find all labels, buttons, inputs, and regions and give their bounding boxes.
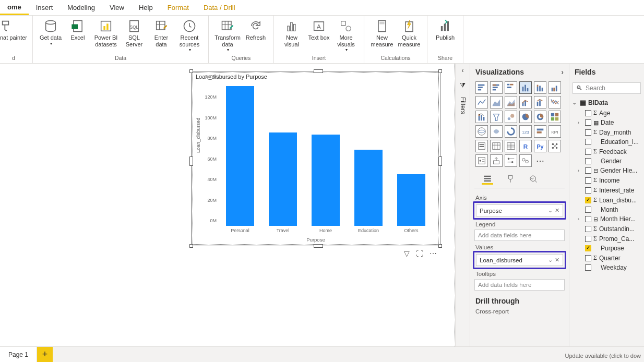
resize-handle[interactable] <box>189 156 193 166</box>
analytics-tab[interactable] <box>528 173 539 185</box>
tab-modeling[interactable]: Modeling <box>60 0 102 15</box>
resize-handle[interactable] <box>189 69 193 73</box>
viz-type-icon[interactable] <box>490 96 503 108</box>
resize-handle[interactable] <box>189 244 193 248</box>
resize-handle[interactable] <box>438 69 442 73</box>
more-visuals-button[interactable]: More visuals▾ <box>333 18 359 52</box>
viz-type-icon[interactable] <box>475 96 488 108</box>
viz-type-icon[interactable]: Py <box>534 140 546 152</box>
field-item[interactable]: ΣIncome <box>571 175 642 185</box>
checkbox[interactable] <box>585 110 591 116</box>
viz-type-icon[interactable]: 123 <box>519 125 532 138</box>
field-item[interactable]: Education_l... <box>571 137 642 147</box>
checkbox[interactable] <box>585 197 591 203</box>
checkbox[interactable] <box>585 216 591 222</box>
enter-data-button[interactable]: Enter data <box>149 18 174 47</box>
field-item[interactable]: ›▦Date <box>571 118 642 127</box>
viz-type-icon[interactable] <box>505 111 517 123</box>
chart-visual[interactable]: Loan_disbursed by Purpose Loan_disbursed… <box>191 71 440 246</box>
resize-handle[interactable] <box>438 156 442 166</box>
report-canvas[interactable]: Loan_disbursed by Purpose Loan_disbursed… <box>0 64 455 346</box>
get-data-button[interactable]: Get data▾ <box>38 18 63 46</box>
axis-well[interactable]: Purpose⌄✕ <box>476 204 563 216</box>
legend-well[interactable]: Add data fields here <box>474 230 565 241</box>
checkbox[interactable] <box>585 187 591 194</box>
viz-type-icon[interactable] <box>548 81 561 94</box>
viz-type-icon[interactable] <box>505 81 517 94</box>
viz-type-icon[interactable] <box>490 81 503 94</box>
bar[interactable] <box>226 86 254 226</box>
viz-type-icon[interactable] <box>548 96 561 108</box>
checkbox[interactable] <box>585 129 591 136</box>
checkbox[interactable] <box>585 255 591 261</box>
recent-sources-button[interactable]: Recent sources▾ <box>176 18 203 52</box>
checkbox[interactable] <box>585 245 591 251</box>
checkbox[interactable] <box>585 158 591 164</box>
viz-type-icon[interactable] <box>475 81 488 94</box>
field-item[interactable]: ΣInterest_rate <box>571 185 642 195</box>
field-item[interactable]: ΣPromo_Ca... <box>571 234 642 244</box>
viz-type-icon[interactable] <box>505 154 517 167</box>
viz-type-icon[interactable]: KPI <box>548 125 561 138</box>
viz-type-icon[interactable] <box>475 125 488 138</box>
checkbox[interactable] <box>585 207 591 213</box>
field-item[interactable]: ›⊟Month Hier... <box>571 214 642 224</box>
filters-pane-collapsed[interactable]: ‹ ⧩ Filters <box>455 64 470 346</box>
add-page-button[interactable]: + <box>37 347 53 362</box>
chevron-left-icon[interactable]: ‹ <box>462 67 464 74</box>
bar[interactable] <box>269 132 297 226</box>
viz-type-icon[interactable] <box>519 111 532 123</box>
viz-type-icon[interactable] <box>490 111 503 123</box>
refresh-button[interactable]: Refresh <box>243 18 268 41</box>
format-painter-button[interactable]: nat painter <box>0 18 27 41</box>
viz-type-icon[interactable] <box>490 125 503 138</box>
new-measure-button[interactable]: New measure <box>369 18 395 47</box>
field-item[interactable]: ΣQuarter <box>571 253 642 263</box>
filter-icon[interactable]: ▽ <box>404 249 410 258</box>
viz-type-icon[interactable] <box>475 154 488 167</box>
viz-type-icon[interactable]: R <box>519 140 532 152</box>
field-item[interactable]: Month <box>571 205 642 214</box>
tab-view[interactable]: View <box>102 0 132 15</box>
viz-type-icon[interactable] <box>548 111 561 123</box>
field-item[interactable]: ΣAge <box>571 108 642 118</box>
fields-search[interactable]: 🔍︎ Search <box>573 82 641 94</box>
viz-type-icon[interactable] <box>519 81 532 94</box>
pbi-datasets-button[interactable]: Power BI datasets <box>92 18 120 47</box>
new-visual-button[interactable]: New visual <box>279 18 304 47</box>
checkbox[interactable] <box>585 226 591 232</box>
tab-insert[interactable]: Insert <box>29 0 61 15</box>
viz-type-icon[interactable] <box>505 125 517 138</box>
tab-home[interactable]: ome <box>0 0 29 15</box>
bar[interactable] <box>354 150 383 226</box>
viz-type-icon[interactable] <box>519 154 532 167</box>
viz-type-icon[interactable] <box>490 140 503 152</box>
resize-handle[interactable] <box>314 244 323 248</box>
checkbox[interactable] <box>585 149 591 155</box>
field-item[interactable]: ΣOutstandin... <box>571 224 642 234</box>
checkbox[interactable] <box>585 119 591 126</box>
table-node[interactable]: ⌄▦BIData <box>571 97 642 108</box>
focus-mode-icon[interactable]: ⛶ <box>416 249 423 258</box>
field-item[interactable]: ΣDay_month <box>571 127 642 137</box>
tab-format[interactable]: Format <box>160 0 196 15</box>
text-box-button[interactable]: AText box <box>306 18 331 41</box>
tab-help[interactable]: Help <box>132 0 160 15</box>
field-item[interactable]: ›⊟Gender Hie... <box>571 166 642 175</box>
checkbox[interactable] <box>585 236 591 242</box>
viz-type-icon[interactable] <box>534 81 546 94</box>
viz-type-icon[interactable] <box>505 140 517 152</box>
viz-type-icon[interactable] <box>475 111 488 123</box>
viz-type-icon[interactable] <box>475 140 488 152</box>
more-viz-icon[interactable]: ⋯ <box>534 154 546 167</box>
remove-icon[interactable]: ✕ <box>555 257 559 263</box>
viz-type-icon[interactable] <box>548 140 561 152</box>
viz-type-icon[interactable] <box>534 96 546 108</box>
page-tab[interactable]: Page 1 <box>0 347 37 362</box>
checkbox[interactable] <box>585 167 591 174</box>
excel-button[interactable]: Excel <box>65 18 90 41</box>
viz-type-icon[interactable] <box>534 111 546 123</box>
format-tab[interactable] <box>505 173 516 185</box>
more-options-icon[interactable]: ⋯ <box>430 249 437 258</box>
viz-type-icon[interactable] <box>534 125 546 138</box>
